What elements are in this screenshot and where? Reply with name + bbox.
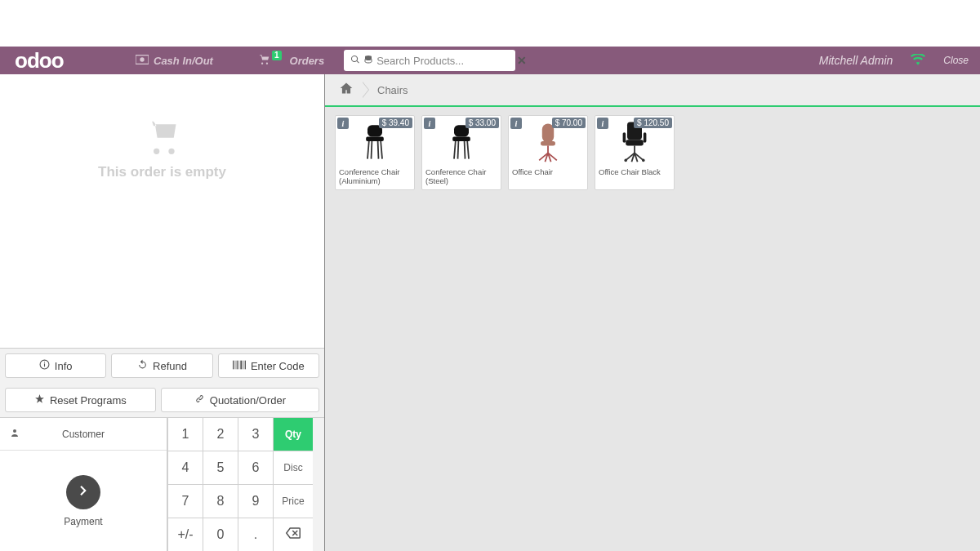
quotation-order-label: Quotation/Order (210, 394, 286, 407)
svg-rect-36 (644, 132, 647, 143)
user-name[interactable]: Mitchell Admin (819, 54, 893, 67)
main-area: This order is empty Info Refund Enter Co… (0, 74, 980, 551)
orders-button[interactable]: 1 Orders (226, 47, 337, 74)
brand-logo: odoo (0, 48, 122, 73)
svg-rect-6 (233, 360, 234, 369)
enter-code-label: Enter Code (251, 360, 305, 372)
order-pane: This order is empty Info Refund Enter Co… (0, 74, 325, 551)
info-icon (39, 359, 50, 372)
numpad-9[interactable]: 9 (238, 485, 273, 518)
wifi-icon (911, 54, 925, 68)
numpad-disc[interactable]: Disc (274, 451, 313, 484)
svg-rect-15 (366, 137, 384, 141)
search-clear-button[interactable]: ✕ (517, 54, 527, 67)
svg-line-22 (454, 141, 456, 159)
top-spacer (0, 0, 980, 47)
numpad-8[interactable]: 8 (203, 485, 238, 518)
search-input[interactable] (376, 55, 514, 67)
svg-rect-8 (237, 360, 238, 369)
reset-programs-button[interactable]: Reset Programs (5, 388, 156, 412)
app-root: odoo Cash In/Out 1 Orders ✕ Mitc (0, 0, 980, 551)
svg-line-17 (381, 141, 382, 159)
svg-rect-12 (245, 360, 246, 369)
info-label: Info (55, 360, 73, 372)
product-price-badge: $ 70.00 (552, 118, 586, 128)
numpad-2[interactable]: 2 (203, 418, 238, 451)
action-row-1: Info Refund Enter Code (0, 349, 324, 383)
star-icon (34, 393, 45, 407)
svg-line-18 (372, 141, 372, 159)
numpad: 1 2 3 Qty 4 5 6 Disc 7 8 9 Price +/- 0 (167, 418, 313, 551)
cash-icon (136, 55, 149, 67)
product-name: Office Chair Black (595, 167, 674, 179)
numpad-1[interactable]: 1 (168, 418, 203, 451)
orders-icon (259, 54, 270, 68)
numpad-6[interactable]: 6 (238, 451, 273, 484)
svg-point-43 (642, 159, 645, 162)
numpad-plusminus[interactable]: +/- (168, 518, 203, 551)
reset-programs-label: Reset Programs (50, 394, 127, 407)
svg-rect-34 (626, 140, 644, 145)
cash-in-out-button[interactable]: Cash In/Out (122, 47, 226, 74)
customer-button[interactable]: Customer (0, 418, 167, 451)
breadcrumb-home[interactable] (333, 78, 359, 101)
enter-code-button[interactable]: Enter Code (218, 353, 319, 378)
breadcrumb: Chairs (325, 74, 980, 107)
svg-rect-9 (238, 360, 239, 369)
search-box[interactable]: ✕ (344, 50, 515, 71)
numpad-3[interactable]: 3 (238, 418, 273, 451)
numpad-backspace[interactable] (274, 518, 313, 551)
product-card[interactable]: i $ 33.00 Conference Chair (Steel) (421, 115, 501, 190)
svg-rect-37 (634, 145, 635, 153)
info-button[interactable]: Info (5, 353, 106, 378)
topbar-right: Mitchell Admin Close (819, 47, 969, 74)
numpad-5[interactable]: 5 (203, 451, 238, 484)
product-card[interactable]: i $ 39.40 Conference Chair (Aluminium) (335, 115, 415, 190)
pad-area: Info Refund Enter Code Reset Programs (0, 348, 324, 551)
order-empty-state: This order is empty (0, 74, 324, 348)
quotation-order-button[interactable]: Quotation/Order (161, 388, 319, 412)
product-info-icon[interactable]: i (597, 118, 608, 129)
svg-rect-10 (240, 360, 242, 369)
product-name: Conference Chair (Steel) (422, 167, 501, 188)
breadcrumb-current[interactable]: Chairs (366, 84, 420, 96)
svg-rect-11 (243, 360, 244, 369)
payment-label: Payment (64, 516, 102, 527)
product-card[interactable]: i $ 120.50 Office Chair Black (595, 115, 675, 190)
svg-rect-4 (44, 363, 45, 367)
svg-line-19 (378, 141, 379, 159)
product-price-badge: $ 33.00 (466, 118, 499, 128)
svg-line-16 (368, 141, 369, 159)
refund-button[interactable]: Refund (111, 353, 212, 378)
user-icon (10, 428, 20, 440)
numpad-price[interactable]: Price (274, 485, 313, 518)
product-info-icon[interactable]: i (510, 118, 522, 129)
product-info-icon[interactable]: i (424, 118, 435, 129)
svg-point-13 (13, 429, 16, 433)
product-name: Office Chair (509, 167, 587, 179)
order-empty-message: This order is empty (98, 164, 226, 180)
backspace-icon (286, 527, 301, 542)
numpad-0[interactable]: 0 (203, 518, 238, 551)
svg-line-25 (465, 141, 466, 159)
close-button[interactable]: Close (943, 55, 969, 66)
customer-label: Customer (29, 429, 157, 440)
payment-button[interactable]: Payment (0, 451, 167, 551)
product-info-icon[interactable]: i (337, 118, 349, 129)
product-pane: Chairs i $ 39.40 Conference Chair (Alumi… (325, 74, 980, 551)
numpad-qty[interactable]: Qty (274, 418, 313, 451)
cart-icon (140, 118, 185, 158)
product-name: Conference Chair (Aluminium) (336, 167, 414, 188)
product-card[interactable]: i $ 70.00 Office Chair (508, 115, 588, 190)
action-row-2: Reset Programs Quotation/Order (0, 383, 324, 417)
orders-count-badge: 1 (272, 51, 282, 60)
bottom-grid: Customer Payment 1 2 3 Qty (0, 417, 324, 551)
numpad-4[interactable]: 4 (168, 451, 203, 484)
svg-line-24 (458, 141, 459, 159)
orders-label: Orders (290, 55, 325, 67)
search-icon (350, 55, 360, 67)
numpad-7[interactable]: 7 (168, 485, 203, 518)
barcode-icon (233, 360, 246, 372)
numpad-dot[interactable]: . (238, 518, 273, 551)
undo-icon (137, 359, 148, 372)
